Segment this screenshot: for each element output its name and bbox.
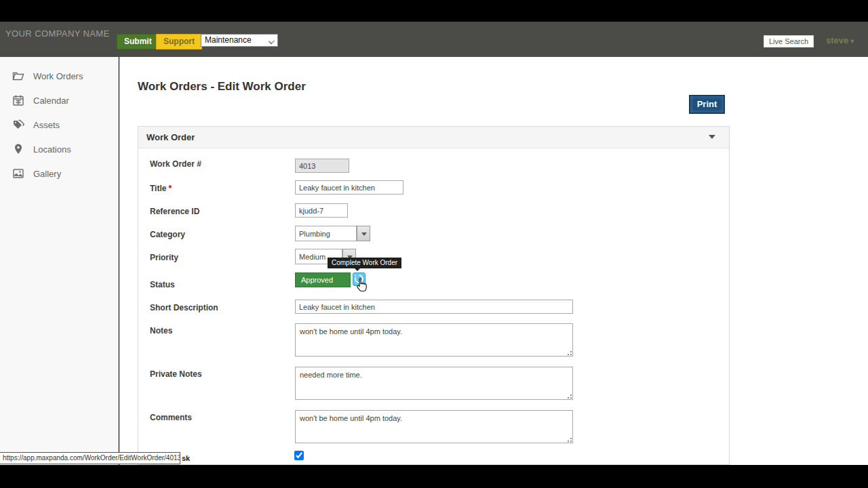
live-search-button[interactable]: Live Search (764, 35, 814, 47)
status-bar-url: https://app.maxpanda.com/WorkOrder/EditW… (0, 452, 180, 464)
private-notes-field[interactable]: needed more time. (295, 367, 573, 400)
chevron-down-icon (269, 38, 275, 44)
notes-label: Notes (150, 326, 172, 336)
reference-id-field[interactable] (295, 203, 348, 218)
panel-header[interactable]: Work Order (138, 127, 729, 148)
title-field[interactable] (295, 180, 403, 195)
comments-label: Comments (150, 413, 192, 422)
priority-label: Priority (150, 253, 178, 262)
letterbox-bottom (0, 465, 868, 488)
status-label: Status (150, 280, 175, 289)
private-notes-label: Private Notes (150, 369, 202, 379)
tags-icon (12, 119, 24, 131)
category-dropdown-button[interactable] (357, 226, 370, 241)
company-name: YOUR COMPANY NAME (5, 28, 110, 39)
gallery-icon (12, 167, 24, 180)
bottom-checkbox[interactable] (294, 451, 304, 460)
calendar-icon (12, 94, 24, 106)
sidebar-item-assets[interactable]: Assets (0, 113, 118, 137)
submit-button[interactable]: Submit (117, 34, 159, 49)
work-order-number-label: Work Order # (150, 159, 201, 169)
module-select-value: Maintenance (205, 35, 252, 45)
category-field[interactable] (295, 226, 357, 241)
required-asterisk: * (168, 184, 172, 193)
map-pin-icon (12, 143, 24, 155)
reference-id-label: Reference ID (150, 207, 199, 216)
sidebar-item-locations[interactable]: Locations (0, 137, 118, 161)
complete-arrow-icon (353, 273, 365, 285)
comments-field[interactable]: won't be home until 4pm today. (295, 410, 573, 443)
hidden-field-label-fragment: sk (182, 454, 190, 462)
sidebar-item-label: Locations (33, 144, 71, 155)
notes-field[interactable]: won't be home until 4pm today. (295, 323, 573, 357)
status-value-button[interactable]: Approved (295, 272, 351, 287)
folder-icon (12, 70, 24, 82)
tooltip: Complete Work Order (328, 258, 401, 268)
category-label: Category (150, 230, 185, 239)
sidebar-item-label: Gallery (33, 169, 61, 179)
app-window: YOUR COMPANY NAME Submit Support Mainten… (0, 0, 868, 488)
letterbox-top (0, 0, 868, 22)
print-button[interactable]: Print (689, 95, 725, 114)
chevron-down-icon: ▾ (850, 37, 854, 45)
sidebar-item-label: Calendar (33, 96, 69, 106)
work-order-number-field (295, 159, 349, 173)
module-select[interactable]: Maintenance (201, 34, 278, 47)
support-button[interactable]: Support (156, 34, 202, 49)
sidebar: Work Orders Calendar Assets Locations Ga… (0, 57, 119, 465)
top-header-bar: YOUR COMPANY NAME Submit Support Mainten… (0, 22, 868, 57)
title-label: Title* (150, 184, 172, 193)
collapse-chevron-icon[interactable] (709, 135, 715, 139)
sidebar-item-work-orders[interactable]: Work Orders (0, 64, 118, 88)
sidebar-item-label: Assets (33, 120, 60, 130)
sidebar-item-calendar[interactable]: Calendar (0, 88, 118, 113)
page-title: Work Orders - Edit Work Order (138, 80, 306, 94)
sidebar-item-gallery[interactable]: Gallery (0, 161, 118, 186)
user-menu[interactable]: steve▾ (826, 35, 854, 45)
panel-title: Work Order (146, 132, 195, 142)
short-description-label: Short Description (150, 303, 218, 312)
sidebar-item-label: Work Orders (33, 71, 83, 81)
short-description-field[interactable] (295, 300, 573, 314)
user-name: steve (826, 35, 848, 45)
complete-work-order-button[interactable] (353, 272, 366, 286)
